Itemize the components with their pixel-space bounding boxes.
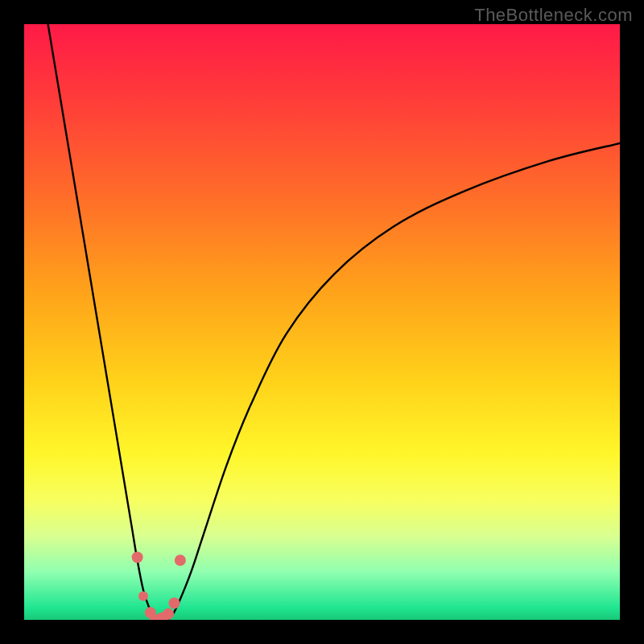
- watermark-text: TheBottleneck.com: [474, 5, 633, 26]
- marker-dot: [175, 555, 186, 566]
- curve-svg: [24, 24, 620, 620]
- marker-dot: [168, 597, 180, 609]
- marker-dot: [132, 551, 143, 563]
- marker-dot: [163, 609, 174, 620]
- chart-frame: TheBottleneck.com: [0, 0, 644, 644]
- highlight-markers: [132, 551, 186, 620]
- marker-dot: [138, 591, 148, 601]
- plot-area: [24, 24, 620, 620]
- bottleneck-curve: [48, 24, 620, 620]
